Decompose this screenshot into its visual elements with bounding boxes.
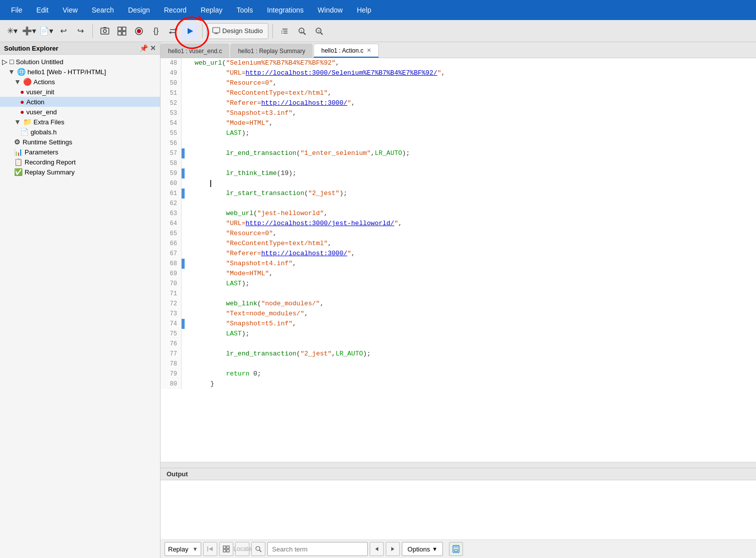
tree-item-parameters[interactable]: 📊 Parameters [0,147,160,157]
line-number-49: 49 [161,68,182,78]
line-number-61: 61 [161,189,182,199]
editor-horizontal-scrollbar[interactable] [161,462,756,468]
menu-record[interactable]: Record [157,3,194,17]
se-close-icon[interactable]: ✕ [150,44,156,52]
line-content-80: } [185,379,756,389]
toolbar-group-1: ✳▾ ➕▾ 📄▾ ↩ ↪ [4,23,88,39]
tree-item-extra-files[interactable]: ▼ 📁 Extra Files [0,117,160,127]
swap-button[interactable] [165,23,181,39]
document-dropdown-button[interactable]: 📄▾ [38,23,54,39]
tree-runtime-icon: ⚙ [14,138,21,146]
line-content-61: lr_start_transaction("2_jest"); [185,189,756,199]
menu-integrations[interactable]: Integrations [260,3,311,17]
se-pin-icon[interactable]: 📌 [139,44,148,52]
svg-rect-28 [223,549,226,552]
line-content-70: LAST); [185,279,756,289]
menu-help[interactable]: Help [350,3,378,17]
code-line-58: 58 [161,158,756,168]
menu-view[interactable]: View [56,3,85,17]
code-line-61: 61 lr_start_transaction("2_jest"); [161,189,756,199]
menu-design[interactable]: Design [121,3,157,17]
menu-tools[interactable]: Tools [229,3,260,17]
line-number-59: 59 [161,168,182,178]
output-first-button[interactable] [203,542,217,556]
grid-button[interactable] [114,23,130,39]
tree-item-action[interactable]: ● Action [0,97,160,107]
tree-actions-icon: 🔴 [23,78,32,86]
menu-search[interactable]: Search [85,3,121,17]
output-grid-button[interactable] [219,542,233,556]
code-line-49: 49 "URL=http://localhost:3000/Selenium%E… [161,68,756,78]
tree-label-recording-report: Recording Report [25,158,76,166]
tree-solution-icon: □ [10,58,14,66]
tree-item-vuser-init[interactable]: ● vuser_init [0,87,160,97]
braces-button[interactable]: {} [148,23,164,39]
tree-item-runtime-settings[interactable]: ⚙ Runtime Settings [0,137,160,147]
menu-edit[interactable]: Edit [30,3,56,17]
svg-rect-4 [122,27,126,31]
code-line-54: 54 "Mode=HTML", [161,118,756,128]
tree-item-actions[interactable]: ▼ 🔴 Actions [0,77,160,87]
code-editor[interactable]: 48 web_url("Selenium%E7%B7%B4%E7%BF%92",… [161,58,756,462]
line-content-48: web_url("Selenium%E7%B7%B4%E7%BF%92", [185,58,756,68]
tab-action[interactable]: hello1 : Action.c ✕ [314,44,378,58]
tree-item-recording-report[interactable]: 📋 Recording Report [0,157,160,167]
record-button[interactable] [131,23,147,39]
line-number-76: 76 [161,339,182,349]
redo-button[interactable]: ↪ [72,23,88,39]
tab-action-close-icon[interactable]: ✕ [367,47,371,54]
tree-label-extra-files: Extra Files [34,118,64,126]
line-number-63: 63 [161,209,182,219]
menu-window[interactable]: Window [311,3,350,17]
output-next-button[interactable] [386,542,400,556]
tab-vuser-end[interactable]: hello1 : vuser_end.c [161,44,229,58]
snapshot-button[interactable] [97,23,113,39]
tree-item-globals[interactable]: 📄 globals.h [0,127,160,137]
tree-item-solution[interactable]: ▷ □ Solution Untitled [0,57,160,67]
list-indent-button[interactable] [277,23,293,39]
play-button[interactable] [182,23,198,39]
output-locate-button[interactable]: Locate [235,542,249,556]
design-studio-label: Design Studio [222,27,263,35]
line-content-65: "Resource=0", [185,229,756,239]
output-save-button[interactable] [449,542,463,556]
svg-point-30 [256,546,260,550]
output-options-button[interactable]: Options ▼ [402,542,443,556]
design-studio-icon [212,27,220,35]
output-prev-button[interactable] [370,542,384,556]
asterisk-dropdown-button[interactable]: ✳▾ [4,23,20,39]
output-search-input[interactable] [267,542,368,556]
tree-item-hello1[interactable]: ▼ 🌐 hello1 [Web - HTTP/HTML] [0,67,160,77]
output-search-icon-button[interactable] [251,542,265,556]
line-number-77: 77 [161,349,182,359]
code-line-48: 48 web_url("Selenium%E7%B7%B4%E7%BF%92", [161,58,756,68]
tree-extra-icon: 📁 [23,118,32,126]
menu-bar: File Edit View Search Design Record Repl… [0,0,756,20]
output-dropdown[interactable]: Replay Replay ▼ [165,542,201,556]
code-line-51: 51 "RecContentType=text/html", [161,88,756,98]
code-line-66: 66 "RecContentType=text/html", [161,239,756,249]
tree-label-runtime-settings: Runtime Settings [23,138,72,146]
search-question-button[interactable]: ? [311,23,327,39]
design-studio-button[interactable]: Design Studio [207,23,268,39]
menu-replay[interactable]: Replay [194,3,230,17]
line-number-62: 62 [161,199,182,209]
tab-action-label: hello1 : Action.c [321,47,363,54]
line-content-71 [185,289,756,299]
code-line-75: 75 LAST); [161,329,756,339]
tree-vuser-end-icon: ● [20,108,24,116]
search-magnify-button[interactable]: 1 [294,23,310,39]
tab-replay-summary[interactable]: hello1 : Replay Summary [230,44,313,58]
tree-item-vuser-end[interactable]: ● vuser_end [0,107,160,117]
menu-file[interactable]: File [4,3,30,17]
code-line-78: 78 [161,359,756,369]
code-line-73: 73 "Text=node_modules/", [161,309,756,319]
tab-vuser-end-label: hello1 : vuser_end.c [168,48,222,55]
line-number-75: 75 [161,329,182,339]
line-content-72: web_link("node_modules/", [185,299,756,309]
undo-button[interactable]: ↩ [55,23,71,39]
svg-line-31 [259,550,261,552]
tree-item-replay-summary[interactable]: ✅ Replay Summary [0,167,160,177]
line-number-55: 55 [161,128,182,138]
plus-dropdown-button[interactable]: ➕▾ [21,23,37,39]
